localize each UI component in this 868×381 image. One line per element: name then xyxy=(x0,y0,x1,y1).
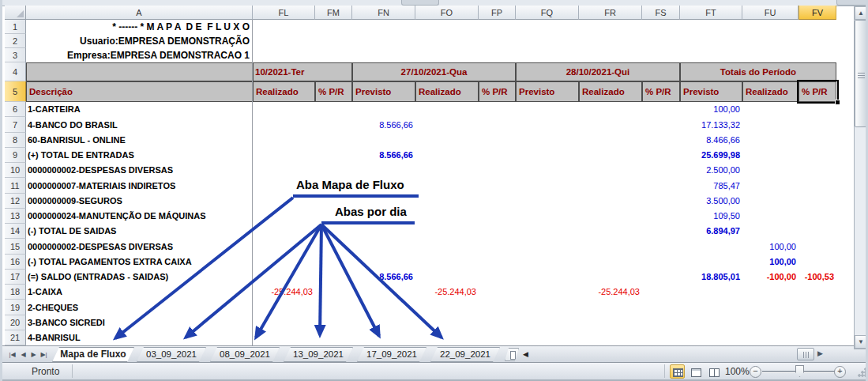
select-all-corner[interactable] xyxy=(5,6,26,20)
row-header-2[interactable]: 2 xyxy=(5,34,26,48)
row-header-3[interactable]: 3 xyxy=(5,48,26,62)
hscroll-right-icon[interactable]: ▶ xyxy=(817,349,823,357)
column-header-FO[interactable]: FO xyxy=(415,6,479,20)
last-sheet-icon[interactable]: ▶| xyxy=(39,349,49,360)
cell-A17[interactable]: (=) SALDO (ENTRADAS - SAIDAS) xyxy=(26,270,254,285)
sheet-tab-08-09-2021[interactable]: 08_09_2021 xyxy=(210,347,280,362)
view-page-layout-button[interactable] xyxy=(688,364,703,379)
header-cell-FS5[interactable]: % P/R xyxy=(642,81,680,102)
header-cell-FP5[interactable]: % P/R xyxy=(479,81,516,102)
column-header-FS[interactable]: FS xyxy=(642,6,680,20)
cell-A6[interactable]: 1-CARTEIRA xyxy=(26,102,254,117)
cell-FU16[interactable]: 100,00 xyxy=(742,255,798,270)
row-header-19[interactable]: 19 xyxy=(5,300,26,315)
sheet-tab-13-09-2021[interactable]: 13_09_2021 xyxy=(284,347,353,362)
column-header-FU[interactable]: FU xyxy=(742,6,798,20)
header-cell-FR5[interactable]: Realizado xyxy=(579,81,642,102)
date-group-header[interactable]: 27/10/2021-Qua xyxy=(352,62,516,81)
cell-FT13[interactable]: 109,50 xyxy=(680,209,742,224)
vertical-scrollbar[interactable]: ▲ ▼ xyxy=(854,6,868,349)
cell-FT11[interactable]: 785,47 xyxy=(680,178,742,194)
cell-FT7[interactable]: 17.133,32 xyxy=(680,117,742,133)
header-cell-FM5[interactable]: % P/R xyxy=(315,81,352,102)
column-header-FM[interactable]: FM xyxy=(315,6,352,20)
row-header-1[interactable]: 1 xyxy=(5,20,26,34)
cell-FO18[interactable]: -25.244,03 xyxy=(415,285,479,300)
column-header-A[interactable]: A xyxy=(26,6,253,20)
header-cell-FQ5[interactable]: Previsto xyxy=(516,81,579,102)
row-header-10[interactable]: 10 xyxy=(5,163,26,178)
cell-A12[interactable]: 0000000009-SEGUROS xyxy=(26,194,254,209)
header-cell-FU5[interactable]: Realizado xyxy=(742,81,798,102)
column-header-FV[interactable]: FV xyxy=(798,6,836,20)
cell-FT17[interactable]: 18.805,01 xyxy=(680,270,742,285)
row-header-9[interactable]: 9 xyxy=(5,148,26,163)
row-header-7[interactable]: 7 xyxy=(5,117,26,133)
sheet-tab-22-09-2021[interactable]: 22_09_2021 xyxy=(430,347,500,362)
column-header-FQ[interactable]: FQ xyxy=(516,6,579,20)
active-cell-FV5[interactable] xyxy=(797,80,839,104)
scroll-down-icon[interactable]: ▼ xyxy=(855,335,867,349)
cell-A14[interactable]: (-) TOTAL DE SAIDAS xyxy=(26,224,254,239)
sheet-tab-17-09-2021[interactable]: 17_09_2021 xyxy=(357,347,426,362)
hscroll-left-icon[interactable]: ◀ xyxy=(523,350,528,358)
cell-A18[interactable]: 1-CAIXA xyxy=(26,285,254,300)
column-header-FL[interactable]: FL xyxy=(253,6,315,20)
cell-FT8[interactable]: 8.466,66 xyxy=(680,133,742,148)
first-sheet-icon[interactable]: |◀ xyxy=(7,349,17,360)
cell-A16[interactable]: (-) TOTAL PAGAMENTOS EXTRA CAIXA xyxy=(26,255,254,270)
sheet-tab-03-09-2021[interactable]: 03_09_2021 xyxy=(137,347,206,362)
zoom-in-button[interactable]: + xyxy=(834,366,846,378)
row-header-11[interactable]: 11 xyxy=(5,178,26,194)
header-cell-FN5[interactable]: Previsto xyxy=(352,81,415,102)
row-header-14[interactable]: 14 xyxy=(5,224,26,239)
row-header-18[interactable]: 18 xyxy=(5,285,26,300)
header-cell-FT5[interactable]: Previsto xyxy=(680,81,742,102)
cell-FT14[interactable]: 6.894,97 xyxy=(680,224,742,239)
row-header-5[interactable]: 5 xyxy=(5,81,26,102)
header-cell-FL5[interactable]: Realizado xyxy=(253,81,315,102)
cell-FT9[interactable]: 25.699,98 xyxy=(680,148,742,163)
horizontal-scrollbar-thumb[interactable] xyxy=(797,348,814,360)
cell-A9[interactable]: (+) TOTAL DE ENTRADAS xyxy=(26,148,254,163)
row-header-12[interactable]: 12 xyxy=(5,194,26,209)
cell-FR18[interactable]: -25.244,03 xyxy=(579,285,642,300)
cell-A1[interactable]: * ------ * M A P A D E F L U X O xyxy=(29,20,250,34)
cell-FN9[interactable]: 8.566,66 xyxy=(352,148,415,163)
prev-sheet-icon[interactable]: ◀ xyxy=(18,349,28,360)
cell-FU15[interactable]: 100,00 xyxy=(742,239,798,255)
header-cell-FO5[interactable]: Realizado xyxy=(415,81,479,102)
row-header-4[interactable]: 4 xyxy=(5,62,26,81)
row-header-21[interactable]: 21 xyxy=(5,330,26,345)
cell-FU17[interactable]: -100,00 xyxy=(742,270,798,285)
cell-A2[interactable]: Usuario:EMPRESA DEMONSTRAÇÃO xyxy=(29,34,250,48)
window-resize-grip[interactable] xyxy=(858,368,867,377)
row-header-8[interactable]: 8 xyxy=(5,133,26,148)
cell-FV17[interactable]: -100,53 xyxy=(798,270,836,285)
cell-A11[interactable]: 0000000007-MATERIAIS INDIRETOS xyxy=(26,178,254,194)
cell-FN7[interactable]: 8.566,66 xyxy=(352,117,415,133)
header-cell-A5[interactable]: Descrição xyxy=(26,81,253,102)
date-group-header[interactable]: Totais do Período xyxy=(680,62,836,81)
column-header-FR[interactable]: FR xyxy=(579,6,642,20)
cell-A3[interactable]: Empresa:EMPRESA DEMONSTRACAO 1 xyxy=(29,48,250,62)
column-header-FP[interactable]: FP xyxy=(479,6,516,20)
zoom-out-button[interactable]: − xyxy=(750,366,761,378)
zoom-slider-thumb[interactable] xyxy=(795,365,804,377)
cell-FL18[interactable]: -25.244,03 xyxy=(253,285,315,300)
next-sheet-icon[interactable]: ▶ xyxy=(28,349,39,360)
row-header-17[interactable]: 17 xyxy=(5,270,26,285)
cell-A8[interactable]: 60-BANRISUL - ONLINE xyxy=(26,133,254,148)
row-header-6[interactable]: 6 xyxy=(5,102,26,117)
date-group-header[interactable]: 28/10/2021-Qui xyxy=(516,62,680,81)
cell-A21[interactable]: 4-BANRISUL xyxy=(26,330,254,345)
row-header-20[interactable]: 20 xyxy=(5,315,26,330)
cell-FN17[interactable]: 8.566,66 xyxy=(352,270,415,285)
cell-A4[interactable] xyxy=(26,62,253,81)
vertical-scrollbar-thumb[interactable] xyxy=(855,20,867,127)
scroll-up-icon[interactable]: ▲ xyxy=(855,6,867,20)
row-header-13[interactable]: 13 xyxy=(5,209,26,224)
sheet-tab-mapa-de-fluxo[interactable]: Mapa de Fluxo xyxy=(52,347,134,362)
date-group-header[interactable]: 10/2021-Ter xyxy=(253,62,352,81)
view-page-break-button[interactable] xyxy=(706,364,721,379)
